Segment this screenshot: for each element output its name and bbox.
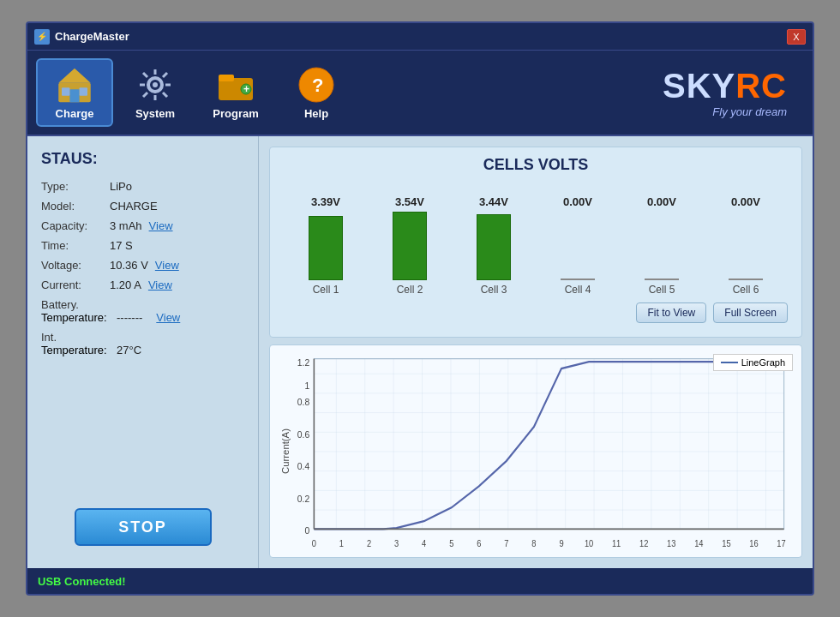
svg-text:17: 17 bbox=[777, 538, 785, 548]
cell-name: Cell 5 bbox=[649, 284, 675, 296]
cell-bar-empty bbox=[561, 279, 595, 280]
svg-rect-2 bbox=[69, 89, 79, 102]
cells-title: CELLS VOLTS bbox=[284, 156, 788, 174]
cell-name: Cell 6 bbox=[733, 284, 759, 296]
voltage-view-link[interactable]: View bbox=[155, 259, 179, 272]
cell-bar bbox=[393, 212, 427, 280]
full-screen-button[interactable]: Full Screen bbox=[713, 303, 788, 323]
help-label: Help bbox=[304, 107, 328, 120]
svg-text:16: 16 bbox=[749, 538, 758, 548]
svg-text:?: ? bbox=[312, 75, 323, 96]
battery-temp-row: Battery. Temperature: ------- View bbox=[41, 298, 244, 324]
voltage-row: Voltage: 10.36 V View bbox=[41, 259, 244, 272]
svg-rect-16 bbox=[219, 75, 234, 81]
status-title: STAUS: bbox=[41, 150, 244, 168]
cell-item: 0.00VCell 6 bbox=[711, 195, 780, 296]
logo-rc: RC bbox=[735, 67, 787, 105]
cell-bar-container bbox=[645, 212, 679, 280]
cell-bar bbox=[477, 214, 511, 280]
cell-voltage: 0.00V bbox=[563, 195, 592, 208]
type-value: LiPo bbox=[110, 180, 132, 193]
svg-text:5: 5 bbox=[449, 538, 454, 548]
svg-text:0: 0 bbox=[304, 525, 309, 536]
model-value: CHARGE bbox=[110, 200, 158, 213]
fit-to-view-button[interactable]: Fit to View bbox=[636, 303, 706, 323]
current-row: Current: 1.20 A View bbox=[41, 279, 244, 291]
legend-line-icon bbox=[721, 362, 738, 363]
legend-label: LineGraph bbox=[741, 357, 785, 368]
model-label: Model: bbox=[41, 200, 110, 213]
battery-temp-label1: Battery. bbox=[41, 298, 79, 311]
voltage-label: Voltage: bbox=[41, 259, 110, 272]
svg-text:2: 2 bbox=[367, 538, 371, 548]
cell-bar-container bbox=[729, 212, 763, 280]
int-temp-value: 27°C bbox=[117, 344, 141, 356]
int-label: Int. bbox=[41, 331, 57, 344]
svg-text:3: 3 bbox=[394, 538, 399, 548]
cell-bar-empty bbox=[729, 279, 763, 280]
current-value: 1.20 A bbox=[110, 279, 141, 291]
charge-label: Charge bbox=[56, 107, 94, 120]
battery-temp-value: ------- bbox=[117, 311, 142, 324]
svg-rect-3 bbox=[62, 87, 69, 95]
svg-point-6 bbox=[153, 82, 158, 87]
cells-row: 3.39VCell 13.54VCell 23.44VCell 30.00VCe… bbox=[284, 184, 788, 296]
house-icon bbox=[54, 65, 95, 104]
svg-text:0.6: 0.6 bbox=[297, 428, 309, 440]
system-label: System bbox=[135, 107, 175, 120]
close-button[interactable]: X bbox=[787, 29, 806, 45]
logo-sky: SKY bbox=[663, 67, 735, 105]
bottom-bar: USB Connected! bbox=[27, 568, 813, 594]
battery-temp-view-link[interactable]: View bbox=[156, 311, 180, 324]
temperature-label: Temperature: bbox=[41, 311, 110, 324]
cell-bar-empty bbox=[645, 279, 679, 280]
capacity-row: Capacity: 3 mAh View bbox=[41, 219, 244, 232]
cell-name: Cell 3 bbox=[481, 284, 507, 296]
program-button[interactable]: + Program bbox=[197, 58, 274, 127]
help-button[interactable]: ? Help bbox=[278, 58, 355, 127]
svg-text:0: 0 bbox=[312, 538, 317, 548]
svg-line-13 bbox=[163, 73, 167, 77]
svg-text:7: 7 bbox=[504, 538, 508, 548]
cell-item: 3.44VCell 3 bbox=[459, 195, 528, 296]
cell-bar-container bbox=[561, 212, 595, 280]
int-temp-label: Temperature: bbox=[41, 344, 110, 356]
time-row: Time: 17 S bbox=[41, 239, 244, 252]
current-view-link[interactable]: View bbox=[148, 279, 172, 291]
svg-text:0.8: 0.8 bbox=[297, 397, 309, 408]
svg-text:11: 11 bbox=[612, 538, 621, 548]
charge-button[interactable]: Charge bbox=[36, 58, 113, 127]
app-icon: ⚡ bbox=[34, 29, 50, 45]
svg-text:6: 6 bbox=[477, 538, 481, 548]
cell-bar-container bbox=[393, 212, 427, 280]
svg-rect-4 bbox=[80, 87, 87, 95]
graph-svg: 0 0.2 0.4 0.6 0.8 1 1.2 Current(A) 0 1 2… bbox=[279, 354, 793, 548]
logo-tagline: Fly your dream bbox=[712, 105, 787, 118]
cell-item: 0.00VCell 5 bbox=[627, 195, 696, 296]
window-title: ChargeMaster bbox=[55, 30, 129, 43]
cell-voltage: 3.54V bbox=[395, 195, 424, 208]
cell-voltage: 3.44V bbox=[479, 195, 508, 208]
model-row: Model: CHARGE bbox=[41, 200, 244, 213]
system-button[interactable]: System bbox=[117, 58, 194, 127]
program-label: Program bbox=[213, 107, 258, 120]
svg-line-14 bbox=[143, 93, 147, 97]
stop-button[interactable]: STOP bbox=[75, 508, 212, 546]
cell-item: 0.00VCell 4 bbox=[543, 195, 612, 296]
svg-text:13: 13 bbox=[667, 538, 675, 548]
capacity-view-link[interactable]: View bbox=[149, 219, 173, 232]
time-value: 17 S bbox=[110, 239, 133, 252]
capacity-label: Capacity: bbox=[41, 219, 110, 232]
cell-name: Cell 4 bbox=[565, 284, 591, 296]
svg-rect-21 bbox=[314, 359, 783, 530]
cells-section: CELLS VOLTS 3.39VCell 13.54VCell 23.44VC… bbox=[269, 147, 802, 338]
type-row: Type: LiPo bbox=[41, 180, 244, 193]
svg-text:Current(A): Current(A) bbox=[281, 428, 291, 474]
cell-voltage: 3.39V bbox=[311, 195, 340, 208]
gear-icon bbox=[136, 66, 174, 104]
usb-status: USB Connected! bbox=[38, 575, 126, 588]
cell-item: 3.54VCell 2 bbox=[375, 195, 444, 296]
app-window: ⚡ ChargeMaster X Charge bbox=[26, 21, 814, 596]
svg-text:8: 8 bbox=[531, 538, 536, 548]
cell-voltage: 0.00V bbox=[731, 195, 760, 208]
